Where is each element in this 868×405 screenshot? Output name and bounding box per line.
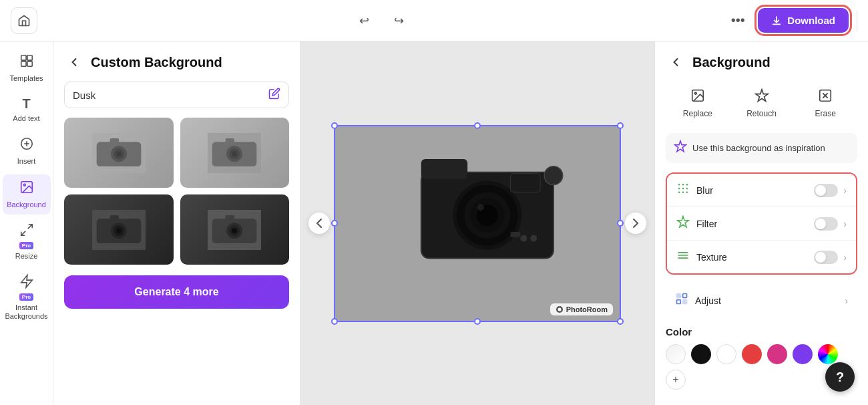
handle-mid-left[interactable] — [331, 220, 338, 227]
background-icon — [19, 180, 34, 198]
thumbnail-1[interactable] — [64, 118, 174, 188]
svg-point-61 — [678, 188, 680, 190]
swatch-pink[interactable] — [767, 344, 787, 364]
add-color-button[interactable]: + — [666, 370, 686, 390]
svg-rect-27 — [110, 215, 118, 221]
insert-icon — [19, 136, 34, 154]
panel-title: Custom Background — [91, 55, 222, 70]
svg-point-26 — [116, 228, 122, 233]
right-panel: Background Replace — [654, 41, 868, 405]
thumbnail-4[interactable] — [180, 194, 290, 265]
search-bar[interactable] — [64, 82, 289, 108]
color-section-label: Color — [666, 326, 857, 338]
templates-icon — [19, 53, 34, 72]
svg-rect-21 — [226, 138, 234, 144]
inspiration-row[interactable]: Use this background as inspiration — [666, 133, 857, 163]
svg-point-59 — [682, 184, 684, 186]
blur-icon — [676, 182, 690, 198]
canvas-area: PhotoRoom — [300, 41, 654, 405]
canvas-image — [335, 126, 620, 321]
panel-header: Custom Background — [64, 52, 289, 72]
handle-bottom-center[interactable] — [474, 318, 481, 325]
swatch-purple[interactable] — [793, 344, 813, 364]
effects-section: Blur › Filter › — [666, 172, 857, 275]
photoroom-watermark: PhotoRoom — [550, 303, 613, 315]
svg-point-54 — [694, 92, 696, 94]
tab-erase[interactable]: Erase — [793, 83, 857, 124]
svg-rect-73 — [683, 300, 687, 304]
svg-point-62 — [682, 188, 684, 190]
canvas-next-button[interactable] — [625, 213, 646, 234]
help-button[interactable]: ? — [825, 362, 855, 392]
svg-point-20 — [232, 151, 237, 156]
thumbnail-3[interactable] — [64, 194, 174, 265]
swatch-black[interactable] — [691, 344, 711, 364]
topbar-center: ↩ ↪ — [353, 9, 411, 33]
undo-button[interactable]: ↩ — [353, 9, 377, 33]
resize-pro-badge: Pro — [19, 242, 33, 249]
canvas-prev-button[interactable] — [308, 213, 330, 234]
instant-bg-icon — [19, 274, 34, 292]
svg-rect-3 — [27, 61, 31, 66]
svg-point-66 — [686, 192, 688, 194]
sidebar-item-instant-backgrounds[interactable]: Pro Instant Backgrounds — [3, 269, 51, 326]
tab-replace-label: Replace — [683, 109, 712, 118]
effect-filter-row[interactable]: Filter › — [667, 207, 856, 241]
sidebar-item-background[interactable]: Background — [3, 174, 51, 215]
sidebar-item-resize[interactable]: Pro Resize — [3, 217, 51, 266]
action-tabs: Replace Retouch Erase — [666, 83, 857, 124]
adjust-row[interactable]: Adjust › — [666, 284, 857, 317]
handle-mid-right[interactable] — [617, 220, 624, 227]
swatch-rainbow[interactable] — [818, 344, 838, 364]
tab-retouch-label: Retouch — [746, 109, 777, 118]
tab-retouch[interactable]: Retouch — [730, 83, 794, 124]
left-sidebar: Templates T Add text Insert Backgro — [0, 41, 53, 405]
right-panel-back-button[interactable] — [666, 52, 686, 72]
main-layout: Templates T Add text Insert Backgro — [0, 41, 868, 405]
home-button[interactable] — [11, 7, 37, 34]
adjust-icon — [675, 292, 688, 309]
tab-erase-label: Erase — [815, 109, 836, 118]
handle-bottom-left[interactable] — [331, 318, 338, 325]
swatch-red[interactable] — [742, 344, 762, 364]
topbar: ↩ ↪ ••• Download — [0, 0, 868, 41]
filter-toggle[interactable] — [814, 217, 838, 231]
redo-button[interactable]: ↪ — [387, 9, 411, 33]
swatch-white[interactable] — [716, 344, 736, 364]
handle-bottom-right[interactable] — [617, 318, 624, 325]
sidebar-item-templates[interactable]: Templates — [3, 48, 51, 88]
svg-rect-33 — [226, 215, 234, 221]
handle-top-right[interactable] — [617, 122, 624, 129]
inspiration-icon — [674, 140, 687, 156]
erase-icon — [818, 88, 833, 106]
back-button[interactable] — [64, 52, 84, 72]
search-input[interactable] — [73, 90, 268, 101]
handle-top-left[interactable] — [331, 122, 338, 129]
texture-label: Texture — [696, 252, 814, 263]
svg-rect-47 — [511, 173, 541, 192]
svg-point-58 — [678, 184, 680, 186]
download-button[interactable]: Download — [758, 8, 849, 33]
camera-image-2 — [180, 118, 290, 188]
sidebar-item-add-text[interactable]: T Add text — [3, 91, 51, 128]
swatch-gradient[interactable] — [666, 344, 686, 364]
svg-rect-72 — [677, 300, 681, 304]
camera-image-4 — [180, 194, 290, 265]
handle-top-center[interactable] — [474, 122, 481, 129]
thumbnail-2[interactable] — [180, 118, 290, 188]
tab-replace[interactable]: Replace — [666, 83, 730, 124]
svg-rect-2 — [21, 61, 25, 66]
sidebar-item-insert[interactable]: Insert — [3, 131, 51, 171]
svg-point-64 — [678, 192, 680, 194]
background-label: Background — [7, 200, 46, 209]
replace-icon — [690, 88, 705, 106]
effect-blur-row[interactable]: Blur › — [667, 174, 856, 207]
more-options-button[interactable]: ••• — [726, 9, 750, 33]
left-panel: Custom Background — [53, 41, 300, 405]
generate-button[interactable]: Generate 4 more — [64, 275, 289, 309]
effect-texture-row[interactable]: Texture › — [667, 241, 856, 273]
blur-toggle[interactable] — [814, 184, 838, 197]
camera-image-3 — [64, 194, 174, 265]
texture-toggle[interactable] — [814, 251, 838, 264]
texture-chevron-icon: › — [843, 252, 847, 263]
